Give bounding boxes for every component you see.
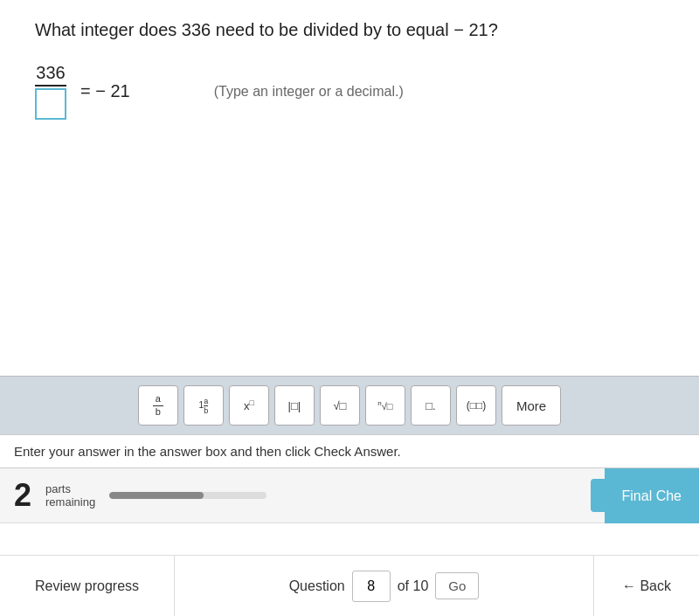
equals-text: = − 21 — [80, 81, 130, 101]
toolbar-btn-6[interactable]: n√□ — [365, 385, 405, 426]
paren-icon: (□□) — [467, 399, 487, 412]
of-total: of 10 — [398, 578, 429, 594]
toolbar-btn-3[interactable]: x□ — [229, 385, 269, 426]
fraction-icon: a b — [153, 393, 163, 417]
progress-bar-bg — [109, 492, 266, 499]
main-content: What integer does 336 need to be divided… — [0, 0, 699, 376]
go-button[interactable]: Go — [435, 572, 479, 599]
question-text: What integer does 336 need to be divided… — [35, 17, 664, 42]
instructions-text: Enter your answer in the answer box and … — [14, 444, 401, 459]
parts-label: parts remaining — [45, 482, 95, 509]
more-button[interactable]: More — [502, 385, 561, 426]
fraction-numerator: 336 — [36, 63, 65, 83]
toolbar-btn-4[interactable]: |□| — [274, 385, 315, 426]
more-label: More — [516, 398, 546, 413]
toolbar-wrapper: a b 1ab x□ |□| √□ n√□ □. (□□) More — [0, 376, 699, 434]
final-check-button[interactable]: Final Che — [605, 468, 699, 523]
parts-label-line2: remaining — [45, 495, 95, 509]
question-label: Question — [289, 578, 345, 594]
toolbar-btn-5[interactable]: √□ — [320, 385, 360, 426]
back-button[interactable]: ← Back — [594, 556, 699, 616]
toolbar-btn-1[interactable]: a b — [138, 385, 178, 426]
parts-bar-wrapper: 2 parts remaining Clear All Final Che — [0, 468, 699, 523]
mixed-fraction-icon: 1ab — [199, 397, 209, 415]
instructions-bar: Enter your answer in the answer box and … — [0, 434, 699, 468]
parts-bar: 2 parts remaining Clear All Final Che — [0, 468, 699, 523]
absolute-value-icon: |□| — [288, 399, 301, 412]
nth-root-icon: n√□ — [377, 399, 392, 412]
sqrt-icon: √□ — [333, 399, 346, 412]
toolbar-btn-7[interactable]: □. — [411, 385, 451, 426]
superscript-icon: x□ — [244, 398, 254, 412]
math-expression: 336 = − 21 (Type an integer or a decimal… — [35, 63, 664, 120]
parts-number: 2 — [14, 480, 31, 511]
toolbar-btn-2[interactable]: 1ab — [183, 385, 224, 426]
question-nav: Question of 10 Go — [175, 556, 594, 616]
progress-bar-container — [109, 492, 266, 499]
review-progress-button[interactable]: Review progress — [0, 556, 175, 616]
bottom-nav: Review progress Question of 10 Go ← Back — [0, 555, 699, 616]
decimal-icon: □. — [426, 399, 435, 412]
fraction-denominator-box[interactable] — [35, 88, 66, 120]
progress-bar-fill — [109, 492, 204, 499]
toolbar-btn-8[interactable]: (□□) — [456, 385, 496, 426]
hint-text: (Type an integer or a decimal.) — [214, 84, 404, 100]
question-number-input[interactable] — [352, 571, 391, 602]
fraction-container: 336 — [35, 63, 66, 120]
toolbar: a b 1ab x□ |□| √□ n√□ □. (□□) More — [0, 376, 699, 434]
fraction-line — [35, 85, 66, 87]
parts-label-line1: parts — [45, 482, 95, 495]
